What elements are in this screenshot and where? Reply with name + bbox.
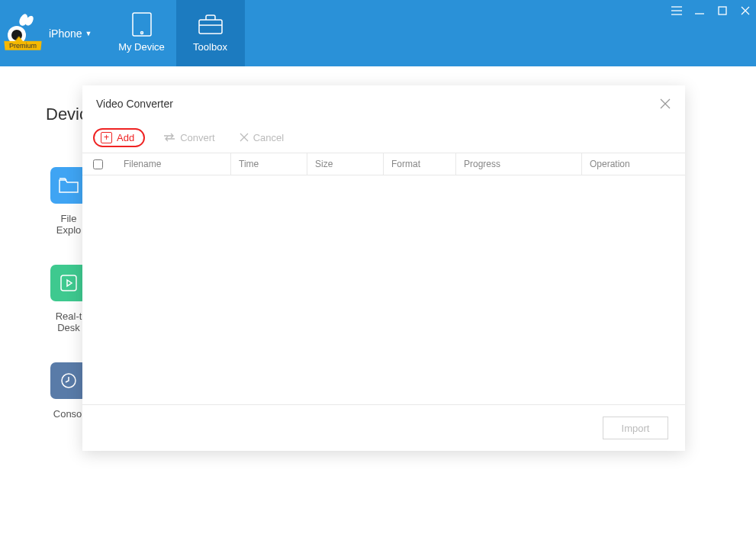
convert-button-label: Convert — [180, 132, 215, 143]
add-button[interactable]: + Add — [93, 128, 145, 147]
modal-header: Video Converter — [82, 85, 685, 122]
column-progress[interactable]: Progress — [455, 153, 581, 175]
play-icon — [50, 265, 87, 301]
minimize-icon[interactable] — [693, 5, 706, 17]
maximize-icon[interactable] — [716, 5, 729, 17]
select-all-checkbox[interactable] — [93, 159, 103, 169]
column-size[interactable]: Size — [307, 153, 383, 175]
import-button[interactable]: Import — [603, 417, 668, 439]
app-logo-icon: Premium — [6, 18, 37, 49]
menu-icon[interactable] — [671, 5, 683, 17]
video-converter-modal: Video Converter + Add Convert Cancel Fil… — [82, 85, 685, 451]
tab-toolbox[interactable]: Toolbox — [176, 0, 245, 66]
svg-rect-11 — [61, 275, 76, 291]
tablet-icon — [128, 14, 156, 35]
nav-tabs: My Device Toolbox — [108, 0, 245, 66]
dropdown-icon: ▼ — [85, 30, 92, 37]
toolbox-icon — [197, 14, 224, 35]
close-icon[interactable] — [739, 5, 751, 17]
column-time[interactable]: Time — [230, 153, 307, 175]
tab-my-device-label: My Device — [118, 41, 165, 53]
table-header: Filename Time Size Format Progress Opera… — [82, 153, 685, 175]
folder-icon — [50, 167, 87, 204]
svg-rect-8 — [719, 7, 726, 14]
add-button-label: Add — [117, 132, 134, 143]
tab-my-device[interactable]: My Device — [108, 0, 176, 66]
device-selector[interactable]: iPhone ▼ — [49, 27, 92, 40]
modal-close-button[interactable] — [659, 98, 671, 110]
cancel-button-label: Cancel — [253, 132, 284, 143]
clock-icon — [50, 362, 87, 399]
modal-footer: Import — [82, 405, 685, 451]
modal-toolbar: + Add Convert Cancel — [82, 122, 685, 153]
premium-badge: Premium — [4, 40, 41, 50]
convert-button[interactable]: Convert — [157, 129, 221, 146]
cancel-icon — [240, 133, 249, 142]
plus-icon: + — [101, 132, 112, 143]
column-operation[interactable]: Operation — [581, 153, 661, 175]
svg-rect-2 — [199, 20, 222, 34]
modal-title: Video Converter — [96, 98, 173, 110]
logo-section: Premium iPhone ▼ — [0, 0, 108, 66]
table-body — [82, 175, 685, 405]
app-header: Premium iPhone ▼ My Device — [0, 0, 756, 66]
column-format[interactable]: Format — [383, 153, 455, 175]
device-name-text: iPhone — [49, 27, 82, 40]
convert-icon — [163, 133, 175, 142]
cancel-button[interactable]: Cancel — [233, 129, 290, 146]
window-controls — [671, 5, 751, 17]
tab-toolbox-label: Toolbox — [193, 41, 227, 53]
svg-point-1 — [140, 32, 143, 34]
column-filename[interactable]: Filename — [116, 153, 230, 175]
svg-rect-0 — [133, 13, 151, 36]
